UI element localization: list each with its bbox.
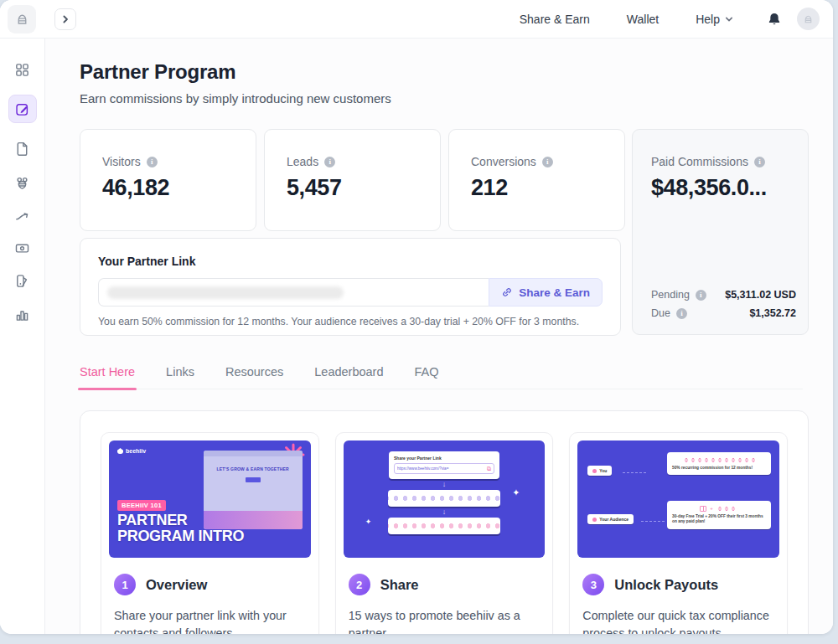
stat-card-visitors: Visitorsi 46,182 <box>80 129 256 231</box>
avatar-logo-icon <box>803 13 814 24</box>
connector-line <box>641 521 665 522</box>
sidebar-item-design[interactable] <box>8 266 37 295</box>
workspace-logo-button[interactable] <box>8 5 36 33</box>
info-icon[interactable]: i <box>676 308 687 319</box>
info-icon[interactable]: i <box>754 157 765 167</box>
info-icon[interactable]: i <box>147 157 158 167</box>
nav-help[interactable]: Help <box>696 13 733 26</box>
beehiiv-mark-icon <box>117 448 123 454</box>
info-icon[interactable]: i <box>542 157 553 167</box>
step-title: Overview <box>146 577 207 593</box>
edit-icon <box>14 101 30 117</box>
tab-links[interactable]: Links <box>166 365 194 389</box>
nav-share-earn[interactable]: Share & Earn <box>520 13 590 26</box>
copy-icon: ⧉ <box>487 466 491 471</box>
step-description: Share your partner link with your contac… <box>114 607 306 634</box>
share-earn-button-label: Share & Earn <box>519 286 590 299</box>
step-title: Share <box>380 577 419 593</box>
money-emojis <box>683 456 755 464</box>
redacted-link-value <box>107 286 344 299</box>
sidebar-item-dashboard[interactable] <box>8 55 37 84</box>
money-emojis <box>716 505 738 513</box>
leads-value: 5,457 <box>287 175 440 201</box>
visitors-value: 46,182 <box>102 175 256 201</box>
tab-faq[interactable]: FAQ <box>415 365 439 389</box>
tab-leaderboard[interactable]: Leaderboard <box>314 365 383 389</box>
partner-link-input[interactable] <box>98 278 489 307</box>
banknote-icon <box>14 240 30 256</box>
partner-link-title: Your Partner Link <box>98 255 603 268</box>
nav-wallet-label: Wallet <box>627 13 659 26</box>
step-description: 15 ways to promote beehiiv as a partner <box>349 607 541 634</box>
benefit-text: 30-day Free Trial + 20% OFF their first … <box>672 514 766 525</box>
benefit-text: 50% recurring commission for 12 months! <box>672 466 766 471</box>
bar-chart-icon <box>14 307 30 322</box>
paid-commissions-value: $48,356.0... <box>651 175 794 201</box>
beehiiv-brand-label: beehiiv <box>126 448 146 454</box>
audience-avatars-row <box>388 490 500 507</box>
thumbnail-headline: PARTNER PROGRAM INTRO <box>117 513 244 544</box>
trial-benefit-box: + 30-day Free Trial + 20% OFF their firs… <box>667 501 771 529</box>
sidebar-item-monetize[interactable] <box>8 234 37 262</box>
page-title: Partner Program <box>80 60 235 84</box>
notifications-button[interactable] <box>767 12 782 27</box>
gift-icon <box>700 506 706 512</box>
plus-sign: + <box>710 506 713 511</box>
you-pill: You <box>587 466 612 476</box>
stat-card-paid-commissions: Paid Commissionsi $48,356.0... Pendingi … <box>632 129 809 335</box>
top-bar: Share & Earn Wallet Help <box>0 0 833 39</box>
sidebar-expand-button[interactable] <box>54 8 76 30</box>
step-number-badge: 3 <box>582 574 604 595</box>
sidebar-item-grow[interactable] <box>8 201 37 229</box>
step-card-overview[interactable]: beehiiv LET'S GROW & EARN TOGETHER BEEHI… <box>101 432 319 634</box>
due-row: Duei $1,352.72 <box>651 307 796 319</box>
overview-thumbnail: beehiiv LET'S GROW & EARN TOGETHER BEEHI… <box>109 440 311 558</box>
share-link-mock: Share your Partner Link https://www.beeh… <box>389 451 499 479</box>
step-number-badge: 2 <box>349 574 370 595</box>
info-icon[interactable]: i <box>696 290 706 301</box>
stat-card-conversions: Conversionsi 212 <box>448 129 625 231</box>
bee-icon <box>14 175 30 191</box>
info-icon[interactable]: i <box>324 157 335 167</box>
partner-link-card: Your Partner Link Share & Earn You earn … <box>80 238 621 336</box>
nav-wallet[interactable]: Wallet <box>627 13 659 26</box>
connector-line <box>623 472 646 473</box>
beehiiv-logo-icon <box>15 12 29 26</box>
start-here-panel: beehiiv LET'S GROW & EARN TOGETHER BEEHI… <box>80 410 809 634</box>
beehiiv-101-badge: BEEHIIV 101 <box>117 500 166 511</box>
step-number-badge: 1 <box>114 574 136 595</box>
sidebar-item-posts[interactable] <box>8 134 37 162</box>
step-card-share[interactable]: Share your Partner Link https://www.beeh… <box>335 432 554 634</box>
step-title: Unlock Payouts <box>614 577 718 593</box>
mock-label: Share your Partner Link <box>394 456 494 461</box>
sidebar-item-analytics[interactable] <box>8 300 37 328</box>
due-label: Due <box>651 307 670 319</box>
nav-share-earn-label: Share & Earn <box>520 13 590 26</box>
sparkle-icon: ✦ <box>365 518 372 526</box>
nav-help-label: Help <box>696 13 720 26</box>
bell-icon <box>767 12 782 27</box>
chevron-down-icon <box>725 15 733 23</box>
tab-resources[interactable]: Resources <box>225 365 283 389</box>
sidebar-item-audience[interactable] <box>8 168 37 197</box>
mock-url: https://www.beehiiv.com/?via= <box>397 466 487 471</box>
audience-pill: Your Audience <box>587 514 634 524</box>
headline-line1: PARTNER <box>117 513 244 528</box>
sidebar <box>0 0 45 634</box>
avatar[interactable] <box>797 8 820 30</box>
sidebar-item-compose[interactable] <box>8 95 37 123</box>
share-earn-button[interactable]: Share & Earn <box>489 278 603 307</box>
partner-link-note: You earn 50% commission for 12 months. Y… <box>98 316 603 327</box>
due-value: $1,352.72 <box>749 307 796 319</box>
pink-dot-icon <box>592 469 597 473</box>
mock-button <box>246 477 261 482</box>
commission-benefit-box: 50% recurring commission for 12 months! <box>667 452 771 475</box>
beehiiv-brand: beehiiv <box>117 448 146 454</box>
down-arrow-icon: ↓ <box>344 508 546 516</box>
stat-card-leads: Leadsi 5,457 <box>264 129 441 231</box>
tab-bar: Start Here Links Resources Leaderboard F… <box>80 365 803 389</box>
conversions-label: Conversions <box>471 155 536 168</box>
pending-value: $5,311.02 USD <box>725 289 796 301</box>
tab-start-here[interactable]: Start Here <box>80 365 135 389</box>
step-card-unlock-payouts[interactable]: You Your Audience 50% recurring commissi… <box>569 432 788 634</box>
